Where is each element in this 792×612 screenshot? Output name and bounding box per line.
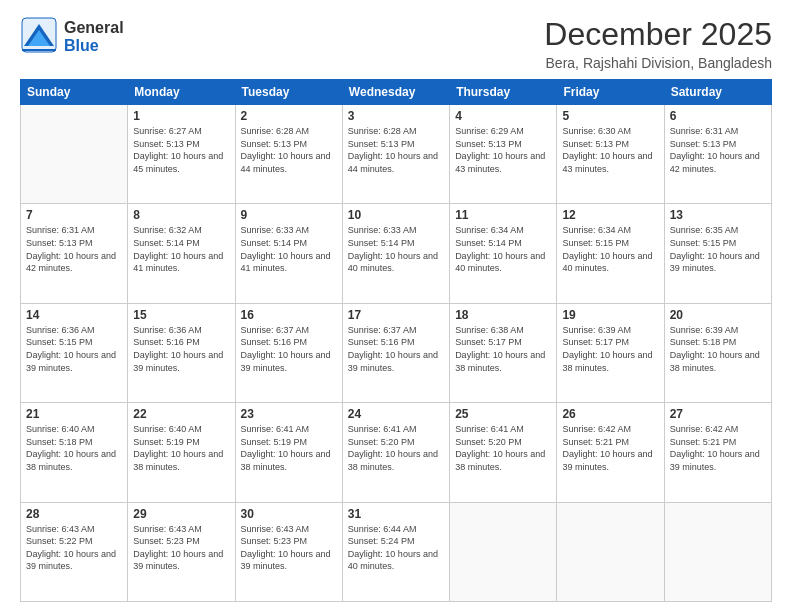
day-info: Sunrise: 6:38 AM Sunset: 5:17 PM Dayligh… xyxy=(455,324,551,374)
logo: General Blue xyxy=(20,16,124,58)
day-cell: 1Sunrise: 6:27 AM Sunset: 5:13 PM Daylig… xyxy=(128,105,235,204)
weekday-header-thursday: Thursday xyxy=(450,80,557,105)
day-cell: 12Sunrise: 6:34 AM Sunset: 5:15 PM Dayli… xyxy=(557,204,664,303)
day-number: 17 xyxy=(348,308,444,322)
day-cell: 26Sunrise: 6:42 AM Sunset: 5:21 PM Dayli… xyxy=(557,403,664,502)
day-info: Sunrise: 6:37 AM Sunset: 5:16 PM Dayligh… xyxy=(348,324,444,374)
day-info: Sunrise: 6:42 AM Sunset: 5:21 PM Dayligh… xyxy=(562,423,658,473)
day-cell xyxy=(450,502,557,601)
day-info: Sunrise: 6:42 AM Sunset: 5:21 PM Dayligh… xyxy=(670,423,766,473)
day-number: 8 xyxy=(133,208,229,222)
day-cell xyxy=(21,105,128,204)
day-info: Sunrise: 6:29 AM Sunset: 5:13 PM Dayligh… xyxy=(455,125,551,175)
day-cell: 8Sunrise: 6:32 AM Sunset: 5:14 PM Daylig… xyxy=(128,204,235,303)
day-cell: 7Sunrise: 6:31 AM Sunset: 5:13 PM Daylig… xyxy=(21,204,128,303)
day-info: Sunrise: 6:30 AM Sunset: 5:13 PM Dayligh… xyxy=(562,125,658,175)
weekday-header-saturday: Saturday xyxy=(664,80,771,105)
day-info: Sunrise: 6:41 AM Sunset: 5:19 PM Dayligh… xyxy=(241,423,337,473)
day-number: 30 xyxy=(241,507,337,521)
day-info: Sunrise: 6:33 AM Sunset: 5:14 PM Dayligh… xyxy=(241,224,337,274)
weekday-row: SundayMondayTuesdayWednesdayThursdayFrid… xyxy=(21,80,772,105)
day-cell: 9Sunrise: 6:33 AM Sunset: 5:14 PM Daylig… xyxy=(235,204,342,303)
day-number: 28 xyxy=(26,507,122,521)
day-number: 23 xyxy=(241,407,337,421)
day-cell: 20Sunrise: 6:39 AM Sunset: 5:18 PM Dayli… xyxy=(664,303,771,402)
day-number: 12 xyxy=(562,208,658,222)
main-title: December 2025 xyxy=(544,16,772,53)
day-number: 9 xyxy=(241,208,337,222)
day-cell: 17Sunrise: 6:37 AM Sunset: 5:16 PM Dayli… xyxy=(342,303,449,402)
day-number: 6 xyxy=(670,109,766,123)
week-row-1: 7Sunrise: 6:31 AM Sunset: 5:13 PM Daylig… xyxy=(21,204,772,303)
day-cell: 19Sunrise: 6:39 AM Sunset: 5:17 PM Dayli… xyxy=(557,303,664,402)
day-info: Sunrise: 6:43 AM Sunset: 5:22 PM Dayligh… xyxy=(26,523,122,573)
day-cell: 27Sunrise: 6:42 AM Sunset: 5:21 PM Dayli… xyxy=(664,403,771,502)
day-number: 14 xyxy=(26,308,122,322)
day-cell: 2Sunrise: 6:28 AM Sunset: 5:13 PM Daylig… xyxy=(235,105,342,204)
weekday-header-friday: Friday xyxy=(557,80,664,105)
page: General Blue December 2025 Bera, Rajshah… xyxy=(0,0,792,612)
day-number: 7 xyxy=(26,208,122,222)
logo-words: General Blue xyxy=(64,19,124,55)
week-row-2: 14Sunrise: 6:36 AM Sunset: 5:15 PM Dayli… xyxy=(21,303,772,402)
day-cell: 22Sunrise: 6:40 AM Sunset: 5:19 PM Dayli… xyxy=(128,403,235,502)
day-number: 10 xyxy=(348,208,444,222)
title-section: December 2025 Bera, Rajshahi Division, B… xyxy=(544,16,772,71)
day-info: Sunrise: 6:36 AM Sunset: 5:16 PM Dayligh… xyxy=(133,324,229,374)
day-number: 22 xyxy=(133,407,229,421)
logo-blue-text: Blue xyxy=(64,37,124,55)
day-info: Sunrise: 6:28 AM Sunset: 5:13 PM Dayligh… xyxy=(348,125,444,175)
week-row-3: 21Sunrise: 6:40 AM Sunset: 5:18 PM Dayli… xyxy=(21,403,772,502)
logo-general-text: General xyxy=(64,19,124,37)
weekday-header-monday: Monday xyxy=(128,80,235,105)
day-cell: 14Sunrise: 6:36 AM Sunset: 5:15 PM Dayli… xyxy=(21,303,128,402)
day-cell: 15Sunrise: 6:36 AM Sunset: 5:16 PM Dayli… xyxy=(128,303,235,402)
day-number: 21 xyxy=(26,407,122,421)
day-info: Sunrise: 6:34 AM Sunset: 5:14 PM Dayligh… xyxy=(455,224,551,274)
day-number: 25 xyxy=(455,407,551,421)
calendar-header: SundayMondayTuesdayWednesdayThursdayFrid… xyxy=(21,80,772,105)
day-number: 15 xyxy=(133,308,229,322)
day-info: Sunrise: 6:32 AM Sunset: 5:14 PM Dayligh… xyxy=(133,224,229,274)
day-cell: 16Sunrise: 6:37 AM Sunset: 5:16 PM Dayli… xyxy=(235,303,342,402)
day-number: 18 xyxy=(455,308,551,322)
day-info: Sunrise: 6:39 AM Sunset: 5:17 PM Dayligh… xyxy=(562,324,658,374)
logo-icon xyxy=(20,16,58,58)
day-info: Sunrise: 6:43 AM Sunset: 5:23 PM Dayligh… xyxy=(133,523,229,573)
day-number: 19 xyxy=(562,308,658,322)
day-cell: 4Sunrise: 6:29 AM Sunset: 5:13 PM Daylig… xyxy=(450,105,557,204)
day-cell: 5Sunrise: 6:30 AM Sunset: 5:13 PM Daylig… xyxy=(557,105,664,204)
day-info: Sunrise: 6:40 AM Sunset: 5:18 PM Dayligh… xyxy=(26,423,122,473)
header: General Blue December 2025 Bera, Rajshah… xyxy=(20,16,772,71)
day-cell xyxy=(664,502,771,601)
day-cell: 31Sunrise: 6:44 AM Sunset: 5:24 PM Dayli… xyxy=(342,502,449,601)
day-info: Sunrise: 6:33 AM Sunset: 5:14 PM Dayligh… xyxy=(348,224,444,274)
day-cell: 18Sunrise: 6:38 AM Sunset: 5:17 PM Dayli… xyxy=(450,303,557,402)
day-number: 3 xyxy=(348,109,444,123)
week-row-4: 28Sunrise: 6:43 AM Sunset: 5:22 PM Dayli… xyxy=(21,502,772,601)
day-info: Sunrise: 6:44 AM Sunset: 5:24 PM Dayligh… xyxy=(348,523,444,573)
day-info: Sunrise: 6:41 AM Sunset: 5:20 PM Dayligh… xyxy=(455,423,551,473)
day-cell xyxy=(557,502,664,601)
day-cell: 10Sunrise: 6:33 AM Sunset: 5:14 PM Dayli… xyxy=(342,204,449,303)
day-cell: 23Sunrise: 6:41 AM Sunset: 5:19 PM Dayli… xyxy=(235,403,342,502)
calendar-table: SundayMondayTuesdayWednesdayThursdayFrid… xyxy=(20,79,772,602)
day-number: 4 xyxy=(455,109,551,123)
day-number: 29 xyxy=(133,507,229,521)
day-number: 2 xyxy=(241,109,337,123)
day-cell: 29Sunrise: 6:43 AM Sunset: 5:23 PM Dayli… xyxy=(128,502,235,601)
day-number: 27 xyxy=(670,407,766,421)
day-cell: 3Sunrise: 6:28 AM Sunset: 5:13 PM Daylig… xyxy=(342,105,449,204)
weekday-header-sunday: Sunday xyxy=(21,80,128,105)
day-number: 26 xyxy=(562,407,658,421)
day-cell: 24Sunrise: 6:41 AM Sunset: 5:20 PM Dayli… xyxy=(342,403,449,502)
day-info: Sunrise: 6:31 AM Sunset: 5:13 PM Dayligh… xyxy=(670,125,766,175)
day-info: Sunrise: 6:39 AM Sunset: 5:18 PM Dayligh… xyxy=(670,324,766,374)
day-number: 20 xyxy=(670,308,766,322)
day-info: Sunrise: 6:36 AM Sunset: 5:15 PM Dayligh… xyxy=(26,324,122,374)
day-info: Sunrise: 6:34 AM Sunset: 5:15 PM Dayligh… xyxy=(562,224,658,274)
day-info: Sunrise: 6:40 AM Sunset: 5:19 PM Dayligh… xyxy=(133,423,229,473)
day-cell: 30Sunrise: 6:43 AM Sunset: 5:23 PM Dayli… xyxy=(235,502,342,601)
week-row-0: 1Sunrise: 6:27 AM Sunset: 5:13 PM Daylig… xyxy=(21,105,772,204)
day-info: Sunrise: 6:27 AM Sunset: 5:13 PM Dayligh… xyxy=(133,125,229,175)
